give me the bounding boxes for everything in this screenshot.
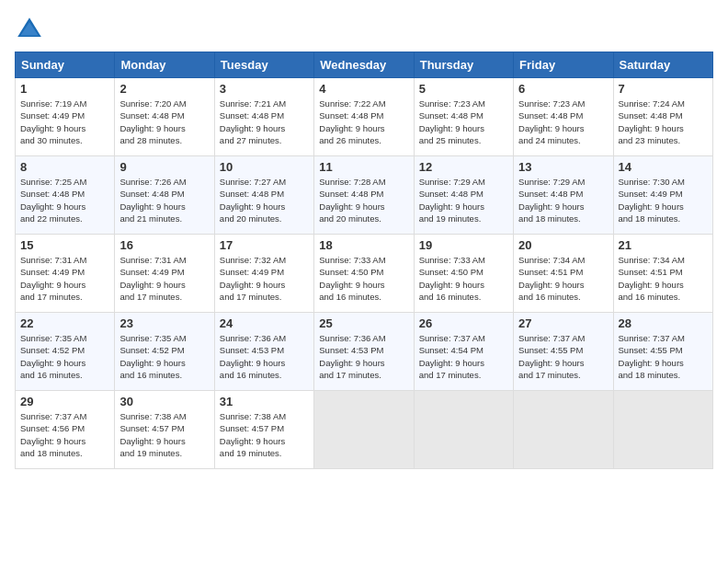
calendar-cell: 7Sunrise: 7:24 AM Sunset: 4:48 PM Daylig… bbox=[613, 78, 712, 156]
calendar-cell: 3Sunrise: 7:21 AM Sunset: 4:48 PM Daylig… bbox=[214, 78, 313, 156]
calendar-cell bbox=[414, 391, 513, 469]
day-info: Sunrise: 7:37 AM Sunset: 4:55 PM Dayligh… bbox=[518, 332, 608, 381]
day-number: 29 bbox=[20, 395, 109, 408]
day-number: 12 bbox=[419, 160, 508, 174]
day-number: 3 bbox=[220, 82, 309, 96]
calendar-cell: 30Sunrise: 7:38 AM Sunset: 4:57 PM Dayli… bbox=[115, 391, 214, 469]
day-number: 30 bbox=[119, 395, 209, 408]
day-header-sunday: Sunday bbox=[16, 52, 115, 78]
day-number: 19 bbox=[419, 238, 508, 252]
day-number: 22 bbox=[20, 316, 109, 330]
calendar-cell bbox=[613, 391, 712, 469]
week-row-3: 15Sunrise: 7:31 AM Sunset: 4:49 PM Dayli… bbox=[16, 235, 713, 313]
day-info: Sunrise: 7:37 AM Sunset: 4:54 PM Dayligh… bbox=[419, 332, 508, 381]
day-number: 21 bbox=[619, 238, 708, 252]
calendar-cell: 10Sunrise: 7:27 AM Sunset: 4:48 PM Dayli… bbox=[214, 156, 313, 235]
calendar-cell: 14Sunrise: 7:30 AM Sunset: 4:49 PM Dayli… bbox=[613, 156, 712, 235]
calendar-cell bbox=[314, 391, 414, 469]
calendar-cell: 22Sunrise: 7:35 AM Sunset: 4:52 PM Dayli… bbox=[16, 313, 115, 391]
day-number: 9 bbox=[119, 160, 209, 174]
header-row: SundayMondayTuesdayWednesdayThursdayFrid… bbox=[16, 52, 713, 78]
day-number: 1 bbox=[20, 82, 109, 96]
day-number: 11 bbox=[319, 160, 408, 174]
week-row-4: 22Sunrise: 7:35 AM Sunset: 4:52 PM Dayli… bbox=[16, 313, 713, 391]
header bbox=[15, 15, 713, 44]
calendar-cell: 25Sunrise: 7:36 AM Sunset: 4:53 PM Dayli… bbox=[314, 313, 414, 391]
calendar-cell: 20Sunrise: 7:34 AM Sunset: 4:51 PM Dayli… bbox=[514, 235, 613, 313]
day-number: 31 bbox=[220, 395, 309, 408]
day-number: 17 bbox=[220, 238, 309, 252]
calendar-cell: 12Sunrise: 7:29 AM Sunset: 4:48 PM Dayli… bbox=[414, 156, 513, 235]
day-info: Sunrise: 7:30 AM Sunset: 4:49 PM Dayligh… bbox=[619, 176, 708, 224]
day-header-monday: Monday bbox=[115, 52, 214, 78]
day-number: 10 bbox=[220, 160, 309, 174]
day-info: Sunrise: 7:35 AM Sunset: 4:52 PM Dayligh… bbox=[119, 332, 209, 381]
day-info: Sunrise: 7:31 AM Sunset: 4:49 PM Dayligh… bbox=[20, 254, 109, 303]
calendar-cell: 27Sunrise: 7:37 AM Sunset: 4:55 PM Dayli… bbox=[514, 313, 613, 391]
day-info: Sunrise: 7:19 AM Sunset: 4:49 PM Dayligh… bbox=[20, 98, 109, 146]
day-header-tuesday: Tuesday bbox=[214, 52, 313, 78]
day-number: 28 bbox=[619, 316, 708, 330]
day-info: Sunrise: 7:31 AM Sunset: 4:49 PM Dayligh… bbox=[119, 254, 209, 303]
day-info: Sunrise: 7:24 AM Sunset: 4:48 PM Dayligh… bbox=[619, 98, 708, 146]
day-info: Sunrise: 7:36 AM Sunset: 4:53 PM Dayligh… bbox=[319, 332, 408, 381]
logo bbox=[15, 15, 48, 44]
calendar-cell: 15Sunrise: 7:31 AM Sunset: 4:49 PM Dayli… bbox=[16, 235, 115, 313]
day-number: 16 bbox=[119, 238, 209, 252]
day-number: 24 bbox=[220, 316, 309, 330]
calendar-cell: 24Sunrise: 7:36 AM Sunset: 4:53 PM Dayli… bbox=[214, 313, 313, 391]
day-info: Sunrise: 7:23 AM Sunset: 4:48 PM Dayligh… bbox=[419, 98, 508, 146]
calendar-cell: 21Sunrise: 7:34 AM Sunset: 4:51 PM Dayli… bbox=[613, 235, 712, 313]
day-info: Sunrise: 7:22 AM Sunset: 4:48 PM Dayligh… bbox=[319, 98, 408, 146]
day-header-wednesday: Wednesday bbox=[314, 52, 414, 78]
day-info: Sunrise: 7:27 AM Sunset: 4:48 PM Dayligh… bbox=[220, 176, 309, 224]
week-row-1: 1Sunrise: 7:19 AM Sunset: 4:49 PM Daylig… bbox=[16, 78, 713, 156]
calendar-cell: 5Sunrise: 7:23 AM Sunset: 4:48 PM Daylig… bbox=[414, 78, 513, 156]
day-header-friday: Friday bbox=[514, 52, 613, 78]
day-info: Sunrise: 7:21 AM Sunset: 4:48 PM Dayligh… bbox=[220, 98, 309, 146]
day-info: Sunrise: 7:34 AM Sunset: 4:51 PM Dayligh… bbox=[619, 254, 708, 303]
week-row-2: 8Sunrise: 7:25 AM Sunset: 4:48 PM Daylig… bbox=[16, 156, 713, 235]
calendar-cell: 6Sunrise: 7:23 AM Sunset: 4:48 PM Daylig… bbox=[514, 78, 613, 156]
calendar-cell: 29Sunrise: 7:37 AM Sunset: 4:56 PM Dayli… bbox=[16, 391, 115, 469]
calendar-cell: 13Sunrise: 7:29 AM Sunset: 4:48 PM Dayli… bbox=[514, 156, 613, 235]
day-number: 20 bbox=[518, 238, 608, 252]
day-number: 2 bbox=[119, 82, 209, 96]
calendar-table: SundayMondayTuesdayWednesdayThursdayFrid… bbox=[15, 52, 713, 469]
day-number: 6 bbox=[518, 82, 608, 96]
day-info: Sunrise: 7:28 AM Sunset: 4:48 PM Dayligh… bbox=[319, 176, 408, 224]
day-info: Sunrise: 7:32 AM Sunset: 4:49 PM Dayligh… bbox=[220, 254, 309, 303]
day-number: 26 bbox=[419, 316, 508, 330]
day-info: Sunrise: 7:36 AM Sunset: 4:53 PM Dayligh… bbox=[220, 332, 309, 381]
day-info: Sunrise: 7:35 AM Sunset: 4:52 PM Dayligh… bbox=[20, 332, 109, 381]
day-number: 25 bbox=[319, 316, 408, 330]
day-info: Sunrise: 7:26 AM Sunset: 4:48 PM Dayligh… bbox=[119, 176, 209, 224]
day-info: Sunrise: 7:25 AM Sunset: 4:48 PM Dayligh… bbox=[20, 176, 109, 224]
day-info: Sunrise: 7:33 AM Sunset: 4:50 PM Dayligh… bbox=[419, 254, 508, 303]
day-number: 23 bbox=[119, 316, 209, 330]
day-info: Sunrise: 7:37 AM Sunset: 4:56 PM Dayligh… bbox=[20, 410, 109, 459]
day-number: 4 bbox=[319, 82, 408, 96]
calendar-cell: 23Sunrise: 7:35 AM Sunset: 4:52 PM Dayli… bbox=[115, 313, 214, 391]
calendar-cell: 2Sunrise: 7:20 AM Sunset: 4:48 PM Daylig… bbox=[115, 78, 214, 156]
calendar-cell: 9Sunrise: 7:26 AM Sunset: 4:48 PM Daylig… bbox=[115, 156, 214, 235]
day-info: Sunrise: 7:38 AM Sunset: 4:57 PM Dayligh… bbox=[220, 410, 309, 459]
day-info: Sunrise: 7:29 AM Sunset: 4:48 PM Dayligh… bbox=[419, 176, 508, 224]
day-info: Sunrise: 7:23 AM Sunset: 4:48 PM Dayligh… bbox=[518, 98, 608, 146]
calendar-cell: 26Sunrise: 7:37 AM Sunset: 4:54 PM Dayli… bbox=[414, 313, 513, 391]
day-number: 13 bbox=[518, 160, 608, 174]
calendar-cell: 18Sunrise: 7:33 AM Sunset: 4:50 PM Dayli… bbox=[314, 235, 414, 313]
day-number: 27 bbox=[518, 316, 608, 330]
calendar-cell: 28Sunrise: 7:37 AM Sunset: 4:55 PM Dayli… bbox=[613, 313, 712, 391]
day-number: 15 bbox=[20, 238, 109, 252]
calendar-cell: 11Sunrise: 7:28 AM Sunset: 4:48 PM Dayli… bbox=[314, 156, 414, 235]
calendar-cell: 16Sunrise: 7:31 AM Sunset: 4:49 PM Dayli… bbox=[115, 235, 214, 313]
calendar-cell: 31Sunrise: 7:38 AM Sunset: 4:57 PM Dayli… bbox=[214, 391, 313, 469]
calendar-cell: 19Sunrise: 7:33 AM Sunset: 4:50 PM Dayli… bbox=[414, 235, 513, 313]
day-info: Sunrise: 7:38 AM Sunset: 4:57 PM Dayligh… bbox=[119, 410, 209, 459]
day-info: Sunrise: 7:33 AM Sunset: 4:50 PM Dayligh… bbox=[319, 254, 408, 303]
calendar-cell: 1Sunrise: 7:19 AM Sunset: 4:49 PM Daylig… bbox=[16, 78, 115, 156]
calendar-cell: 17Sunrise: 7:32 AM Sunset: 4:49 PM Dayli… bbox=[214, 235, 313, 313]
day-info: Sunrise: 7:29 AM Sunset: 4:48 PM Dayligh… bbox=[518, 176, 608, 224]
day-header-saturday: Saturday bbox=[613, 52, 712, 78]
